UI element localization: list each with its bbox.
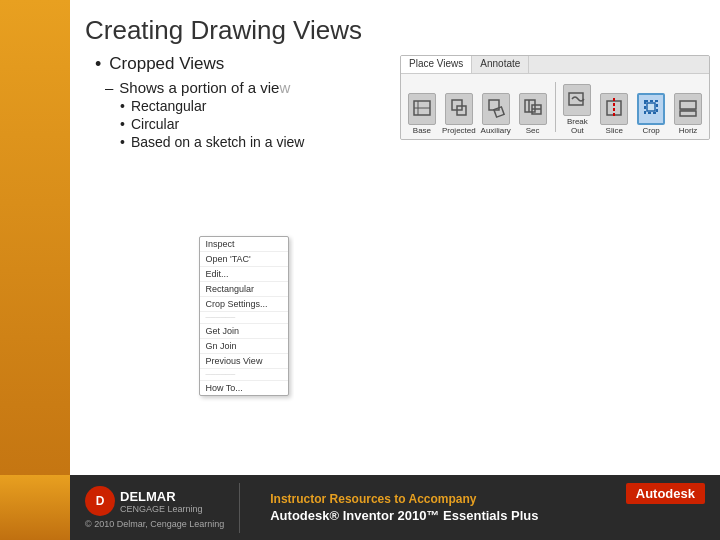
crop-icon: [637, 93, 665, 125]
svg-rect-15: [647, 103, 655, 111]
base-label: Base: [413, 127, 431, 136]
content-area: Creating Drawing Views Cropped Views Sho…: [70, 0, 720, 540]
cengage-sub: CENGAGE Learning: [120, 504, 203, 514]
base-icon: [408, 93, 436, 125]
context-menu: Inspect Open 'TAC' Edit... Rectangular C…: [199, 236, 289, 396]
ribbon-sep-1: [555, 82, 556, 132]
footer-content: D DELMAR CENGAGE Learning © 2010 Delmar,…: [70, 478, 720, 538]
ctx-edit: Edit...: [200, 267, 288, 282]
autodesk-badge: Autodesk: [626, 483, 705, 504]
svg-rect-16: [680, 101, 696, 109]
delmar-logo: D DELMAR CENGAGE Learning: [85, 486, 224, 516]
ctx-previous-view: Previous View: [200, 354, 288, 369]
ribbon-item-base: Base: [405, 93, 439, 136]
ctx-get-join: Get Join: [200, 324, 288, 339]
ctx-sep1: ──────: [200, 312, 288, 324]
ribbon-item-projected: Projected: [442, 93, 476, 136]
ribbon-tab-place-views: Place Views: [401, 56, 472, 73]
ctx-sep2: ──────: [200, 369, 288, 381]
slice-label: Slice: [606, 127, 623, 136]
auxiliary-label: Auxiliary: [481, 127, 511, 136]
shows-text: Shows a portion of a view: [119, 79, 290, 96]
slide: Creating Drawing Views Cropped Views Sho…: [0, 0, 720, 540]
ribbon-item-slice: Slice: [597, 93, 631, 136]
svg-rect-18: [680, 111, 696, 116]
crop-label: Crop: [642, 127, 659, 136]
ctx-inspect: Inspect: [200, 237, 288, 252]
breakout-label: Break Out: [560, 118, 594, 136]
delmar-name: DELMAR: [120, 489, 203, 504]
ribbon-item-horiz: Horiz: [671, 93, 705, 136]
ctx-rectangular: Rectangular: [200, 282, 288, 297]
slice-icon: [600, 93, 628, 125]
ribbon-body: Base Projected Auxiliary: [401, 74, 709, 139]
horiz-icon: [674, 93, 702, 125]
auxiliary-icon: [482, 93, 510, 125]
horiz-label: Horiz: [679, 127, 698, 136]
projected-label: Projected: [442, 127, 476, 136]
projected-icon: [445, 93, 473, 125]
ribbon-tabs: Place Views Annotate: [401, 56, 709, 74]
left-accent-bar: [0, 0, 70, 540]
delmar-icon: D: [85, 486, 115, 516]
svg-rect-11: [569, 93, 583, 105]
ctx-crop-settings: Crop Settings...: [200, 297, 288, 312]
slide-title: Creating Drawing Views: [85, 15, 700, 46]
footer-left-accent: [0, 475, 70, 540]
product-name: Autodesk® Inventor 2010™ Essentials Plus: [270, 508, 690, 523]
ribbon-item-section: Sec: [516, 93, 550, 136]
footer-logo-area: D DELMAR CENGAGE Learning © 2010 Delmar,…: [85, 486, 224, 529]
delmar-text: DELMAR CENGAGE Learning: [120, 489, 203, 514]
ribbon-item-auxiliary: Auxiliary: [479, 93, 513, 136]
ribbon-overlay: Place Views Annotate Base Projected: [400, 55, 710, 140]
svg-rect-6: [494, 107, 504, 117]
svg-rect-7: [525, 100, 535, 112]
copyright-text: © 2010 Delmar, Cengage Learning: [85, 519, 224, 529]
section-label: Sec: [526, 127, 540, 136]
cropped-views-text: Cropped Views: [109, 54, 224, 74]
ribbon-item-breakout: Break Out: [560, 84, 594, 136]
ribbon-item-crop: Crop: [634, 93, 668, 136]
ctx-open: Open 'TAC': [200, 252, 288, 267]
ctx-how-to: How To...: [200, 381, 288, 395]
breakout-icon: [563, 84, 591, 116]
section-icon: [519, 93, 547, 125]
ribbon-tab-annotate: Annotate: [472, 56, 529, 73]
footer: D DELMAR CENGAGE Learning © 2010 Delmar,…: [0, 475, 720, 540]
footer-divider: [239, 483, 240, 533]
ctx-gn-join: Gn Join: [200, 339, 288, 354]
